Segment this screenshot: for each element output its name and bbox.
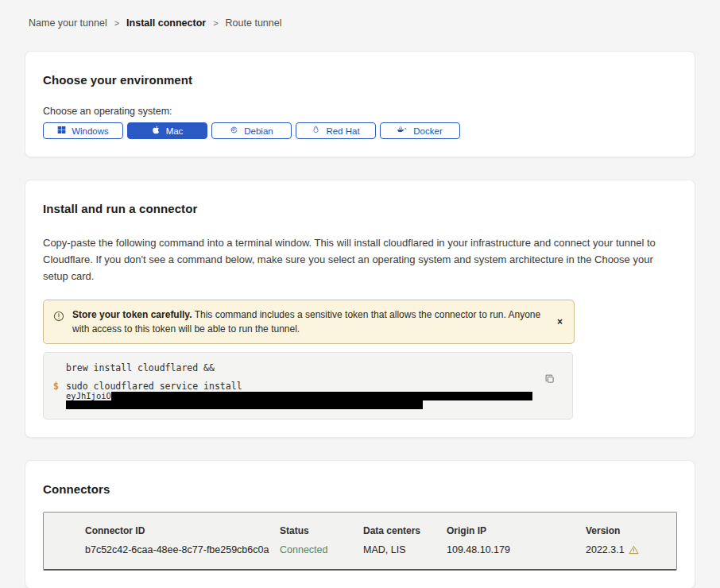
token-prefix-text: eyJhIjoiO bbox=[66, 392, 111, 400]
code-line-token-continued bbox=[44, 400, 532, 409]
connectors-table: Connector ID Status Data centers Origin … bbox=[43, 512, 677, 571]
breadcrumb-step-name-your-tunnel[interactable]: Name your tunnel bbox=[29, 17, 107, 29]
column-header-version: Version bbox=[586, 525, 676, 536]
code-line-gap bbox=[44, 373, 532, 381]
os-button-label: Mac bbox=[166, 126, 184, 136]
choose-environment-title: Choose your environment bbox=[43, 73, 677, 87]
copy-icon bbox=[545, 374, 555, 384]
column-header-status: Status bbox=[280, 525, 363, 536]
connectors-table-header: Connector ID Status Data centers Origin … bbox=[85, 525, 676, 536]
os-button-label: Red Hat bbox=[326, 126, 359, 136]
os-button-label: Docker bbox=[413, 126, 442, 136]
connector-id-value: b7c52c42-6caa-48ee-8c77-fbe259cb6c0a bbox=[85, 544, 280, 555]
token-warning-title: Store your token carefully. bbox=[72, 309, 192, 320]
install-connector-description: Copy-paste the following command into a … bbox=[43, 234, 677, 284]
redacted-token-bar bbox=[66, 400, 423, 409]
info-circle-icon bbox=[53, 311, 64, 322]
warning-triangle-icon bbox=[629, 545, 639, 555]
windows-icon bbox=[57, 126, 66, 136]
apple-icon bbox=[152, 126, 161, 136]
column-header-data-centers: Data centers bbox=[363, 525, 447, 536]
os-select-label: Choose an operating system: bbox=[43, 106, 677, 117]
debian-icon bbox=[230, 126, 238, 136]
breadcrumb-separator: > bbox=[213, 18, 218, 28]
os-button-mac[interactable]: Mac bbox=[127, 122, 207, 139]
redhat-icon bbox=[312, 126, 320, 136]
origin-ip-value: 109.48.10.179 bbox=[447, 544, 586, 555]
close-icon[interactable]: × bbox=[557, 317, 563, 327]
install-connector-card: Install and run a connector Copy-paste t… bbox=[25, 180, 695, 438]
docker-icon bbox=[397, 126, 408, 136]
os-button-redhat[interactable]: Red Hat bbox=[296, 122, 376, 139]
token-warning-banner: Store your token carefully. This command… bbox=[43, 300, 575, 344]
os-button-debian[interactable]: Debian bbox=[211, 122, 292, 139]
os-button-label: Windows bbox=[72, 126, 109, 136]
os-button-docker[interactable]: Docker bbox=[380, 122, 460, 139]
token-warning-text: Store your token carefully. This command… bbox=[72, 308, 542, 336]
code-line-brew: brew install cloudflared && bbox=[44, 362, 532, 373]
code-line-token: eyJhIjoiO bbox=[44, 392, 532, 400]
shell-prompt: $ bbox=[53, 381, 59, 392]
choose-environment-card: Choose your environment Choose an operat… bbox=[25, 51, 695, 157]
column-header-connector-id: Connector ID bbox=[85, 525, 280, 536]
install-command-codeblock: brew install cloudflared && $ sudo cloud… bbox=[43, 352, 573, 420]
copy-command-button[interactable] bbox=[545, 374, 555, 384]
os-button-windows[interactable]: Windows bbox=[43, 122, 123, 139]
breadcrumb-step-route-tunnel: Route tunnel bbox=[226, 17, 282, 29]
column-header-origin-ip: Origin IP bbox=[447, 525, 586, 536]
version-number: 2022.3.1 bbox=[586, 544, 625, 555]
data-centers-value: MAD, LIS bbox=[363, 544, 447, 555]
connectors-title: Connectors bbox=[43, 482, 677, 496]
status-badge: Connected bbox=[280, 544, 363, 555]
version-value: 2022.3.1 bbox=[586, 544, 676, 555]
install-connector-title: Install and run a connector bbox=[43, 202, 677, 215]
os-button-label: Debian bbox=[244, 126, 273, 136]
tunnel-setup-page: Name your tunnel > Install connector > R… bbox=[0, 0, 720, 588]
breadcrumb-separator: > bbox=[114, 18, 119, 28]
table-row: b7c52c42-6caa-48ee-8c77-fbe259cb6c0a Con… bbox=[85, 544, 676, 555]
code-line-sudo: sudo cloudflared service install bbox=[44, 381, 532, 392]
breadcrumb: Name your tunnel > Install connector > R… bbox=[29, 17, 695, 29]
redacted-token-bar bbox=[111, 392, 532, 400]
connectors-card: Connectors Connector ID Status Data cent… bbox=[25, 460, 695, 588]
os-button-group: Windows Mac Debian Red Hat bbox=[43, 122, 677, 139]
breadcrumb-step-install-connector: Install connector bbox=[126, 17, 206, 29]
